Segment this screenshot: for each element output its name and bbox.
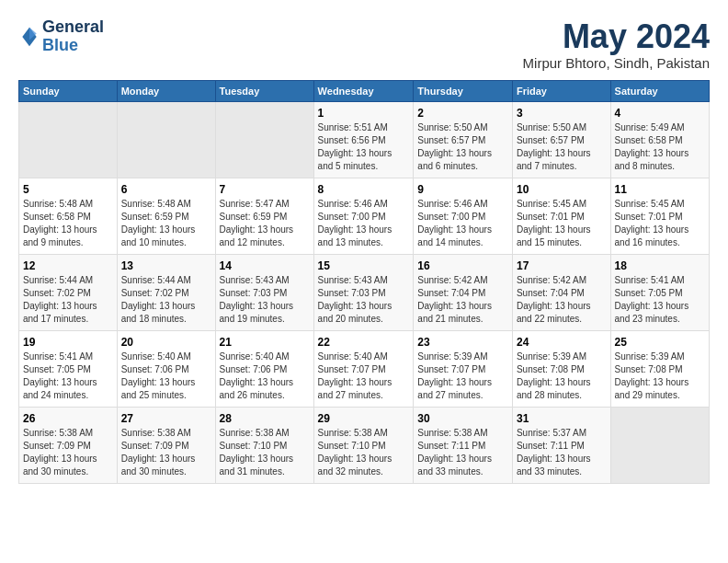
week-row-4: 19Sunrise: 5:41 AMSunset: 7:05 PMDayligh… [19,330,710,407]
day-cell: 5Sunrise: 5:48 AMSunset: 6:58 PMDaylight… [19,178,118,254]
day-info: Sunrise: 5:49 AMSunset: 6:58 PMDaylight:… [615,121,705,173]
day-number: 21 [220,336,310,349]
day-number: 24 [517,336,607,349]
day-cell: 11Sunrise: 5:45 AMSunset: 7:01 PMDayligh… [610,178,709,254]
day-number: 26 [23,412,113,425]
day-number: 19 [23,336,113,349]
day-number: 13 [121,259,211,272]
logo-text: General Blue [42,18,104,55]
day-number: 10 [517,183,607,196]
header-cell-sunday: Sunday [19,80,118,101]
day-number: 11 [615,183,705,196]
day-info: Sunrise: 5:43 AMSunset: 7:03 PMDaylight:… [318,274,410,326]
day-cell: 23Sunrise: 5:39 AMSunset: 7:07 PMDayligh… [414,330,513,407]
day-cell: 6Sunrise: 5:48 AMSunset: 6:59 PMDaylight… [117,178,215,254]
day-info: Sunrise: 5:45 AMSunset: 7:01 PMDaylight:… [517,198,607,249]
day-info: Sunrise: 5:46 AMSunset: 7:00 PMDaylight:… [417,198,508,249]
day-cell: 27Sunrise: 5:38 AMSunset: 7:09 PMDayligh… [117,407,215,483]
day-info: Sunrise: 5:42 AMSunset: 7:04 PMDaylight:… [417,274,508,326]
day-info: Sunrise: 5:45 AMSunset: 7:01 PMDaylight:… [615,198,705,249]
day-cell: 26Sunrise: 5:38 AMSunset: 7:09 PMDayligh… [19,407,118,483]
day-cell: 4Sunrise: 5:49 AMSunset: 6:58 PMDaylight… [610,101,709,178]
day-cell [215,101,313,178]
day-number: 28 [220,412,310,425]
day-number: 3 [517,107,607,120]
day-number: 12 [23,259,113,272]
calendar-header: SundayMondayTuesdayWednesdayThursdayFrid… [19,80,710,101]
day-number: 29 [318,412,410,425]
day-cell: 31Sunrise: 5:37 AMSunset: 7:11 PMDayligh… [512,407,610,483]
day-info: Sunrise: 5:46 AMSunset: 7:00 PMDaylight:… [318,198,410,249]
day-number: 9 [417,183,508,196]
day-info: Sunrise: 5:37 AMSunset: 7:11 PMDaylight:… [517,427,607,478]
week-row-3: 12Sunrise: 5:44 AMSunset: 7:02 PMDayligh… [19,254,710,330]
day-number: 14 [220,259,310,272]
day-number: 31 [517,412,607,425]
day-cell: 22Sunrise: 5:40 AMSunset: 7:07 PMDayligh… [313,330,414,407]
day-cell: 25Sunrise: 5:39 AMSunset: 7:08 PMDayligh… [610,330,709,407]
day-number: 23 [417,336,508,349]
week-row-5: 26Sunrise: 5:38 AMSunset: 7:09 PMDayligh… [19,407,710,483]
day-info: Sunrise: 5:39 AMSunset: 7:07 PMDaylight:… [417,350,508,402]
day-info: Sunrise: 5:38 AMSunset: 7:10 PMDaylight:… [318,427,410,478]
day-cell: 12Sunrise: 5:44 AMSunset: 7:02 PMDayligh… [19,254,118,330]
location: Mirpur Bhtoro, Sindh, Pakistan [523,55,710,71]
day-number: 15 [318,259,410,272]
day-cell: 16Sunrise: 5:42 AMSunset: 7:04 PMDayligh… [414,254,513,330]
header-cell-tuesday: Tuesday [215,80,313,101]
day-info: Sunrise: 5:50 AMSunset: 6:57 PMDaylight:… [417,121,508,173]
page-header: General Blue May 2024 Mirpur Bhtoro, Sin… [18,18,710,71]
day-cell: 24Sunrise: 5:39 AMSunset: 7:08 PMDayligh… [512,330,610,407]
day-cell: 2Sunrise: 5:50 AMSunset: 6:57 PMDaylight… [414,101,513,178]
day-number: 30 [417,412,508,425]
day-info: Sunrise: 5:44 AMSunset: 7:02 PMDaylight:… [121,274,211,326]
calendar-body: 1Sunrise: 5:51 AMSunset: 6:56 PMDaylight… [19,101,710,483]
day-cell: 3Sunrise: 5:50 AMSunset: 6:57 PMDaylight… [512,101,610,178]
week-row-2: 5Sunrise: 5:48 AMSunset: 6:58 PMDaylight… [19,178,710,254]
day-cell: 8Sunrise: 5:46 AMSunset: 7:00 PMDaylight… [313,178,414,254]
day-info: Sunrise: 5:50 AMSunset: 6:57 PMDaylight:… [517,121,607,173]
day-cell: 15Sunrise: 5:43 AMSunset: 7:03 PMDayligh… [313,254,414,330]
day-info: Sunrise: 5:39 AMSunset: 7:08 PMDaylight:… [615,350,705,402]
day-number: 2 [417,107,508,120]
day-info: Sunrise: 5:39 AMSunset: 7:08 PMDaylight:… [517,350,607,402]
day-cell: 19Sunrise: 5:41 AMSunset: 7:05 PMDayligh… [19,330,118,407]
logo: General Blue [18,18,104,55]
day-info: Sunrise: 5:40 AMSunset: 7:06 PMDaylight:… [220,350,310,402]
header-cell-monday: Monday [117,80,215,101]
day-number: 16 [417,259,508,272]
day-number: 25 [615,336,705,349]
day-cell: 9Sunrise: 5:46 AMSunset: 7:00 PMDaylight… [414,178,513,254]
day-cell: 30Sunrise: 5:38 AMSunset: 7:11 PMDayligh… [414,407,513,483]
day-cell: 10Sunrise: 5:45 AMSunset: 7:01 PMDayligh… [512,178,610,254]
day-info: Sunrise: 5:51 AMSunset: 6:56 PMDaylight:… [318,121,410,173]
header-cell-friday: Friday [512,80,610,101]
day-info: Sunrise: 5:38 AMSunset: 7:10 PMDaylight:… [220,427,310,478]
day-info: Sunrise: 5:40 AMSunset: 7:06 PMDaylight:… [121,350,211,402]
calendar-table: SundayMondayTuesdayWednesdayThursdayFrid… [18,80,710,484]
day-info: Sunrise: 5:38 AMSunset: 7:11 PMDaylight:… [417,427,508,478]
title-block: May 2024 Mirpur Bhtoro, Sindh, Pakistan [523,18,710,71]
day-cell: 21Sunrise: 5:40 AMSunset: 7:06 PMDayligh… [215,330,313,407]
day-cell [610,407,709,483]
day-number: 20 [121,336,211,349]
day-info: Sunrise: 5:48 AMSunset: 6:59 PMDaylight:… [121,198,211,249]
day-cell: 20Sunrise: 5:40 AMSunset: 7:06 PMDayligh… [117,330,215,407]
day-number: 22 [318,336,410,349]
header-row: SundayMondayTuesdayWednesdayThursdayFrid… [19,80,710,101]
day-info: Sunrise: 5:41 AMSunset: 7:05 PMDaylight:… [23,350,113,402]
day-number: 8 [318,183,410,196]
day-info: Sunrise: 5:38 AMSunset: 7:09 PMDaylight:… [23,427,113,478]
day-info: Sunrise: 5:48 AMSunset: 6:58 PMDaylight:… [23,198,113,249]
day-cell: 7Sunrise: 5:47 AMSunset: 6:59 PMDaylight… [215,178,313,254]
day-info: Sunrise: 5:43 AMSunset: 7:03 PMDaylight:… [220,274,310,326]
day-cell: 1Sunrise: 5:51 AMSunset: 6:56 PMDaylight… [313,101,414,178]
day-cell [19,101,118,178]
header-cell-wednesday: Wednesday [313,80,414,101]
day-number: 18 [615,259,705,272]
day-number: 27 [121,412,211,425]
day-info: Sunrise: 5:42 AMSunset: 7:04 PMDaylight:… [517,274,607,326]
day-info: Sunrise: 5:40 AMSunset: 7:07 PMDaylight:… [318,350,410,402]
day-cell [117,101,215,178]
day-info: Sunrise: 5:41 AMSunset: 7:05 PMDaylight:… [615,274,705,326]
